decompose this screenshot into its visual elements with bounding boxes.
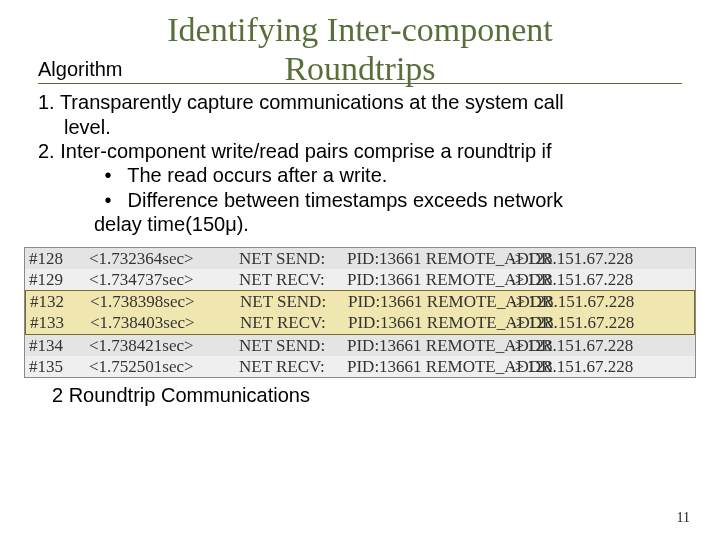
log-addr: 128.151.67.228 bbox=[527, 248, 691, 269]
log-id: #132 bbox=[30, 291, 90, 312]
bullet-icon: • bbox=[94, 163, 122, 187]
log-pid: PID:13661 REMOTE_ADDR bbox=[347, 248, 509, 269]
log-addr: 128.151.67.228 bbox=[528, 312, 690, 333]
log-table: #128 <1.732364sec> NET SEND: PID:13661 R… bbox=[24, 247, 696, 379]
arrow-icon: -> bbox=[509, 269, 527, 290]
highlighted-rows: #132 <1.738398sec> NET SEND: PID:13661 R… bbox=[25, 290, 695, 335]
log-pid: PID:13661 REMOTE_ADDR bbox=[348, 291, 510, 312]
title-line2: Roundtrips bbox=[284, 50, 435, 87]
log-id: #133 bbox=[30, 312, 90, 333]
table-row: #128 <1.732364sec> NET SEND: PID:13661 R… bbox=[25, 248, 695, 269]
log-op: NET SEND: bbox=[240, 291, 348, 312]
table-row: #132 <1.738398sec> NET SEND: PID:13661 R… bbox=[26, 291, 694, 312]
log-id: #129 bbox=[29, 269, 89, 290]
log-op: NET RECV: bbox=[239, 269, 347, 290]
log-ts: <1.738421sec> bbox=[89, 335, 239, 356]
log-ts: <1.738403sec> bbox=[90, 312, 240, 333]
log-ts: <1.734737sec> bbox=[89, 269, 239, 290]
table-row: #134 <1.738421sec> NET SEND: PID:13661 R… bbox=[25, 335, 695, 356]
log-pid: PID:13661 REMOTE_ADDR bbox=[347, 335, 509, 356]
bullet-2-cont: delay time(150μ). bbox=[38, 212, 682, 236]
table-row: #133 <1.738403sec> NET RECV: PID:13661 R… bbox=[26, 312, 694, 333]
log-addr: 128.151.67.228 bbox=[527, 335, 691, 356]
log-pid: PID:13661 REMOTE_ADDR bbox=[347, 356, 509, 377]
log-op: NET RECV: bbox=[239, 356, 347, 377]
table-caption: 2 Roundtrip Communications bbox=[0, 378, 720, 407]
arrow-icon: -> bbox=[509, 248, 527, 269]
bullet-2-text: Difference between timestamps exceeds ne… bbox=[128, 189, 563, 211]
log-ts: <1.732364sec> bbox=[89, 248, 239, 269]
log-addr: 128.151.67.228 bbox=[527, 356, 691, 377]
log-addr: 128.151.67.228 bbox=[527, 269, 691, 290]
arrow-icon: -> bbox=[509, 356, 527, 377]
log-pid: PID:13661 REMOTE_ADDR bbox=[348, 312, 510, 333]
step-2: 2. Inter-component write/read pairs comp… bbox=[38, 139, 682, 163]
log-ts: <1.738398sec> bbox=[90, 291, 240, 312]
bullet-2: • Difference between timestamps exceeds … bbox=[38, 188, 682, 212]
step-1-cont: level. bbox=[38, 115, 682, 139]
table-row: #129 <1.734737sec> NET RECV: PID:13661 R… bbox=[25, 269, 695, 290]
arrow-icon: -> bbox=[509, 335, 527, 356]
bullet-icon: • bbox=[94, 188, 122, 212]
title-line1: Identifying Inter-component bbox=[167, 11, 552, 48]
table-row: #135 <1.752501sec> NET RECV: PID:13661 R… bbox=[25, 356, 695, 377]
log-op: NET SEND: bbox=[239, 335, 347, 356]
bullet-1-text: The read occurs after a write. bbox=[127, 164, 387, 186]
page-number: 11 bbox=[677, 510, 690, 526]
log-addr: 128.151.67.228 bbox=[528, 291, 690, 312]
log-op: NET RECV: bbox=[240, 312, 348, 333]
log-id: #135 bbox=[29, 356, 89, 377]
log-id: #128 bbox=[29, 248, 89, 269]
arrow-icon: -> bbox=[510, 291, 528, 312]
arrow-icon: -> bbox=[510, 312, 528, 333]
step-1: 1. Transparently capture communications … bbox=[38, 90, 682, 114]
log-pid: PID:13661 REMOTE_ADDR bbox=[347, 269, 509, 290]
log-op: NET SEND: bbox=[239, 248, 347, 269]
bullet-1: • The read occurs after a write. bbox=[38, 163, 682, 187]
algorithm-list: 1. Transparently capture communications … bbox=[0, 90, 720, 236]
log-id: #134 bbox=[29, 335, 89, 356]
log-ts: <1.752501sec> bbox=[89, 356, 239, 377]
